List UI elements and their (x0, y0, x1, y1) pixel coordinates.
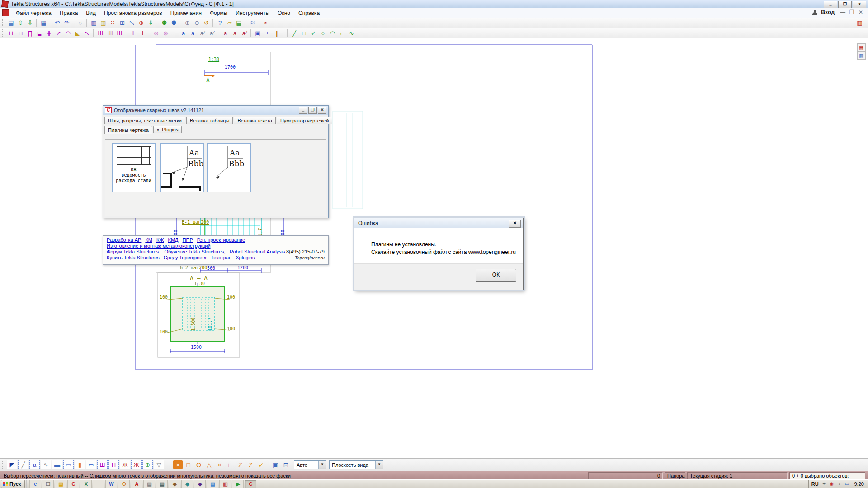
excel-icon[interactable]: X (80, 480, 92, 488)
combo-arrow-icon[interactable]: ▼ (318, 461, 326, 469)
framed-text-icon[interactable]: ▣ (253, 29, 263, 38)
link-кж[interactable]: КЖ (156, 237, 164, 243)
select-filter-icon[interactable]: ▽ (154, 460, 164, 469)
app-teal-icon[interactable]: ◆ (181, 480, 193, 488)
undo-icon[interactable]: ↶ (52, 19, 62, 27)
menu-формы[interactable]: Формы (206, 9, 231, 17)
menu-простановка-размеров[interactable]: Простановка размеров (100, 9, 166, 17)
toolbar-grip[interactable] (2, 461, 5, 469)
help-tip-icon[interactable]: ? (215, 19, 225, 27)
notepad-icon[interactable]: ▤ (207, 480, 218, 488)
tekla-active-task[interactable]: C (245, 480, 256, 488)
waves-icon[interactable]: ≋ (248, 19, 257, 27)
draw-circle-icon[interactable]: ○ (318, 29, 328, 38)
select-bolt-icon[interactable]: ▮ (75, 460, 85, 469)
link-изготовление-и-монтаж-металлоконструкций[interactable]: Изготовление и монтаж металлоконструкций (107, 243, 211, 249)
text-leader-dots-icon[interactable]: a (230, 29, 240, 38)
save-drawing-icon[interactable]: ⇩ (25, 19, 35, 27)
word-icon[interactable]: W (105, 480, 117, 488)
snap-extension-icon[interactable]: Z (236, 460, 245, 469)
menu-правка[interactable]: Правка (56, 9, 82, 17)
ok-button[interactable]: ОК (476, 269, 516, 282)
zoom-out-icon[interactable]: ⊖ (192, 19, 202, 27)
dim-arc-icon[interactable]: ◠ (63, 29, 73, 38)
tab-x_plugins[interactable]: x_Plugins (153, 126, 182, 133)
select-marquee-icon[interactable]: ▭ (63, 460, 74, 469)
stage-tool-1-icon[interactable]: ▦ (857, 43, 866, 52)
link-разработка-ар[interactable]: Разработка АР (107, 237, 141, 243)
doc-dark-icon[interactable]: ▤ (156, 480, 168, 488)
grid-globe-icon[interactable]: ⊕ (137, 19, 146, 27)
part-view-alt-icon[interactable]: ⚉ (169, 19, 179, 27)
mdi-minimize-button[interactable]: — (838, 9, 847, 15)
snap-step-combo[interactable]: Авто ▼ (294, 460, 326, 469)
close-button[interactable]: ✕ (853, 1, 866, 8)
minimize-button[interactable]: _ (824, 1, 837, 8)
list-view-icon[interactable]: ▤ (234, 19, 244, 27)
fence-dim-alt-icon[interactable]: Ш (115, 29, 124, 38)
links-slider[interactable] (304, 240, 324, 240)
dim-angle-icon[interactable]: ◣ (73, 29, 82, 38)
dim-free-icon[interactable]: ↗ (54, 29, 63, 38)
start-button[interactable]: Пуск (1, 480, 25, 488)
open-drawing-icon[interactable]: ⇧ (16, 19, 25, 27)
text-underline-icon[interactable]: a (179, 29, 188, 38)
plugin-steel-table[interactable]: КЖ ведомость расхода стали (112, 143, 156, 192)
draw-arc-icon[interactable]: ◠ (328, 29, 337, 38)
draw-line-icon[interactable]: ╱ (290, 29, 299, 38)
link-текстран[interactable]: Текстран (211, 255, 231, 260)
desktop-icon[interactable]: ❐ (42, 480, 54, 488)
link-среду-topengineer[interactable]: Среду Topengineer (164, 255, 207, 260)
menu-файл-чертежа[interactable]: Файл чертежа (12, 9, 56, 17)
plugin-weld-mark-double[interactable]: Aa Bbb (160, 143, 204, 192)
select-fence-icon[interactable]: Ш (97, 460, 108, 469)
snap-depth-icon[interactable]: ▣ (271, 460, 280, 469)
drawing-list-icon[interactable]: ▤ (6, 19, 16, 27)
toolbar-grip[interactable] (2, 29, 5, 37)
dim-chain-icon[interactable]: ⋕ (44, 29, 54, 38)
circle-dim-icon[interactable]: ⊗ (151, 29, 161, 38)
zoom-previous-icon[interactable]: ↺ (202, 19, 211, 27)
select-area-icon[interactable]: ▭ (86, 460, 96, 469)
menu-инструменты[interactable]: Инструменты (231, 9, 274, 17)
select-lasso-icon[interactable]: ◌ (75, 19, 85, 27)
draw-spline-icon[interactable]: ∿ (347, 29, 356, 38)
tab-вставка-таблицы[interactable]: Вставка таблицы (186, 117, 233, 124)
tab-швы-разрезы-текстовые-метки[interactable]: Швы, разрезы, текстовые метки (104, 117, 185, 124)
zoom-in-icon[interactable]: ⊕ (183, 19, 192, 27)
menu-окно[interactable]: Окно (274, 9, 294, 17)
folder-icon[interactable]: ▤ (55, 480, 66, 488)
dim-line-icon[interactable]: ∏ (25, 29, 35, 38)
link-robot-structural-analysis[interactable]: Robot Structural Analysis (230, 249, 285, 254)
menu-примечания[interactable]: Примечания (166, 9, 206, 17)
error-close-button[interactable]: ✕ (509, 220, 521, 228)
text-slash-alt-icon[interactable]: a∕ (207, 29, 217, 38)
input-indicator-icon[interactable]: ✦ (821, 480, 827, 488)
media-icon[interactable]: ▶ (232, 480, 244, 488)
select-component-icon[interactable]: Ж (120, 460, 130, 469)
app-brown-icon[interactable]: ◆ (169, 480, 180, 488)
update-drawing-icon[interactable]: ⇓ (146, 19, 156, 27)
error-dialog-title-bar[interactable]: Ошибка (354, 218, 523, 229)
select-text-icon[interactable]: a (29, 460, 40, 469)
pencil-flag-icon[interactable]: ❙ (272, 29, 282, 38)
text-leader-icon[interactable]: a (221, 29, 230, 38)
select-pointer-icon[interactable]: ◤ (7, 460, 17, 469)
snap-midpoint-icon[interactable]: △ (204, 460, 214, 469)
dialog-restore-button[interactable]: ❐ (308, 107, 317, 114)
link-купить-tekla-structures[interactable]: Купить Tekla Structures (107, 255, 160, 260)
dim-base-icon[interactable]: ⊑ (35, 29, 44, 38)
dialog-minimize-button[interactable]: _ (299, 107, 307, 114)
text-slash-icon[interactable]: a∕ (198, 29, 207, 38)
circle-dim-alt-icon[interactable]: ⊛ (161, 29, 170, 38)
select-component-pen-icon[interactable]: Ж (131, 460, 142, 469)
tab-вставка-текста[interactable]: Вставка текста (234, 117, 275, 124)
pointer-hand-icon[interactable]: ➣ (261, 19, 271, 27)
doc-gray-icon[interactable]: ▤ (143, 480, 155, 488)
draw-polyline-icon[interactable]: ✓ (309, 29, 318, 38)
snap-perpendicular-icon[interactable]: ∟ (225, 460, 235, 469)
ie-icon[interactable]: e (29, 480, 41, 488)
remove-dim-point-icon[interactable]: ✛ (138, 29, 147, 38)
doc-blue-icon[interactable]: ≡ (93, 480, 104, 488)
fence-dim-x-icon[interactable]: Ш (105, 29, 115, 38)
